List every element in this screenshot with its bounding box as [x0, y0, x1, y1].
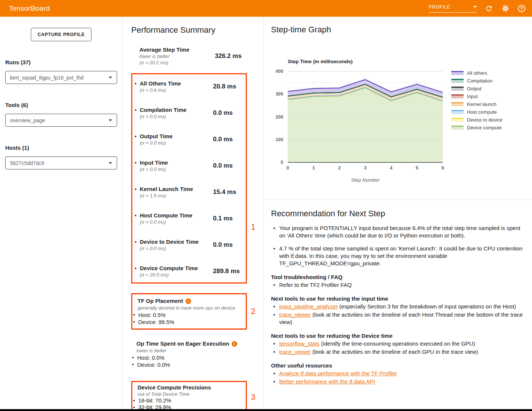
trace-viewer-link[interactable]: trace_viewer: [279, 349, 311, 355]
help-button[interactable]: ?: [517, 4, 526, 13]
list-item: Refer to the TF2 Profiler FAQ: [271, 281, 525, 289]
legend-label: Kernel launch: [467, 101, 497, 107]
tensorflow-stats-link[interactable]: tensorflow_stats: [279, 340, 319, 347]
tf-op-placement-title: TF Op Placement: [138, 297, 183, 305]
settings-button[interactable]: [501, 4, 510, 13]
metric-label: All Others Time: [140, 80, 181, 87]
chart-legend: All othersCompilationOutputInputKernel l…: [451, 71, 502, 130]
metric-row: Kernel Launch Time(σ = 1.5 ms) 15.4 ms: [135, 185, 245, 199]
tf-op-placement-box: 2 TF Op Placement i generally desired to…: [131, 293, 247, 330]
tools-select[interactable]: overview_page: [5, 114, 117, 127]
legend-item: Device compute: [451, 125, 502, 130]
dashboard-selector-dropdown[interactable]: PROFILE: [429, 4, 477, 13]
svg-text:400: 400: [275, 69, 283, 74]
metric-row: Compilation Time(σ = 0.0 ms) 0.0 ms: [135, 106, 245, 120]
list-item: 16-bit: 70.2%: [132, 397, 245, 404]
metric-value: 326.2 ms: [215, 52, 247, 60]
metric-row: Device Compute Time(σ = 20.5 ms) 289.8 m…: [135, 265, 245, 278]
metric-value: 289.8 ms: [213, 268, 245, 275]
tfdata-api-link[interactable]: Better performance with the tf.data API: [279, 378, 375, 385]
performance-summary-title: Performance Summary: [131, 25, 263, 35]
performance-summary-panel: Performance Summary Average Step Time lo…: [123, 17, 263, 411]
capture-profile-button[interactable]: CAPTURE PROFILE: [31, 28, 91, 41]
recommendation-bullet: Your program is POTENTIALLY input-bound …: [271, 224, 525, 239]
legend-item: Host compute: [451, 110, 502, 114]
list-item: Device: 99.5%: [132, 318, 245, 326]
svg-text:2: 2: [338, 165, 341, 171]
tf-op-placement-note: generally desired to have more ops on de…: [138, 305, 245, 311]
tools-selected-value: overview_page: [10, 117, 45, 123]
device-tools-heading: Next tools to use for reducing the Devic…: [271, 333, 525, 339]
input-pipeline-analyzer-link[interactable]: input_pipeline_analyzer: [279, 303, 338, 310]
chevron-down-icon: [109, 77, 112, 79]
metric-label: Compilation Time: [140, 106, 187, 113]
metric-row: Device to Device Time(σ = 0.0 ms) 0.0 ms: [135, 238, 245, 252]
list-item: trace_viewer (look at the activities on …: [271, 348, 525, 356]
bottom-window-edge: [0, 409, 532, 411]
trace-viewer-link[interactable]: trace_viewer: [279, 311, 311, 318]
svg-text:1: 1: [312, 165, 315, 171]
metric-row: All Others Time(σ = 0.6 ms) 20.8 ms: [135, 80, 245, 93]
svg-text:0: 0: [281, 160, 283, 165]
step-time-breakdown-box: 1 All Others Time(σ = 0.6 ms) 20.8 ms Co…: [131, 73, 247, 284]
svg-text:5: 5: [416, 165, 418, 171]
runs-select[interactable]: bert_squad_8gpu_fp16_pvt_thd: [5, 71, 117, 84]
recommendation-card: Recommendation for Next Step Your progra…: [264, 200, 532, 411]
metric-sigma: (σ = 1.5 ms): [140, 192, 193, 199]
info-icon[interactable]: i: [232, 341, 237, 347]
sidebar: CAPTURE PROFILE Runs (37) bert_squad_8gp…: [0, 17, 123, 411]
list-item: tensorflow_stats (identify the time-cons…: [271, 340, 525, 347]
annotation-2: 2: [251, 307, 255, 316]
list-item: input_pipeline_analyzer (especially Sect…: [271, 303, 525, 310]
legend-swatch: [451, 71, 464, 75]
step-time-chart-svg: 01002003004000123456Step Time (in millis…: [269, 59, 462, 183]
list-item-text: (look at the activities on the timeline …: [279, 311, 523, 325]
svg-text:300: 300: [275, 91, 283, 97]
app-title: TensorBoard: [9, 4, 50, 13]
legend-label: Host compute: [467, 109, 497, 115]
eager-note: lower is better: [136, 347, 247, 354]
metric-label: Average Step Time: [139, 46, 189, 53]
dashboard-selector-label: PROFILE: [429, 4, 450, 10]
metric-value: 0.0 ms: [213, 109, 245, 117]
legend-swatch: [451, 118, 464, 122]
device-compute-precisions-box: 3 Device Compute Precisions out of Total…: [131, 381, 247, 411]
main-panel: Step-time Graph 01002003004000123456Step…: [263, 17, 532, 411]
hosts-select[interactable]: 5627c5dd7dc9: [5, 156, 117, 169]
resources-heading: Other useful resources: [271, 362, 525, 369]
app-header: TensorBoard PROFILE: [0, 0, 532, 17]
tfdata-profiler-link[interactable]: Analyze tf.data performance with the TF …: [279, 370, 397, 376]
metric-sigma: (σ = 0.6 ms): [140, 87, 181, 93]
list-item-text: (look at the activities on the timeline …: [311, 349, 478, 355]
chevron-down-icon: [109, 162, 112, 164]
runs-label: Runs (37): [5, 59, 117, 65]
metric-value: 15.4 ms: [213, 188, 245, 196]
metric-row: Host Compute Time(σ = 0.0 ms) 0.1 ms: [135, 212, 245, 225]
legend-swatch: [451, 87, 464, 91]
legend-item: Kernel launch: [451, 102, 502, 106]
legend-item: All others: [451, 71, 502, 75]
metric-label: Input Time: [140, 159, 168, 166]
svg-text:6: 6: [442, 165, 444, 171]
metric-note: lower is better: [139, 53, 189, 59]
help-icon: ?: [518, 5, 525, 12]
legend-swatch: [451, 79, 464, 83]
refresh-button[interactable]: [484, 4, 493, 13]
step-time-graph-card: Step-time Graph 01002003004000123456Step…: [264, 17, 532, 200]
runs-selected-value: bert_squad_8gpu_fp16_pvt_thd: [10, 75, 84, 81]
metric-sigma: (σ = 0.0 ms): [140, 245, 199, 252]
tools-label: Tools (6): [5, 102, 117, 108]
legend-item: Input: [451, 94, 502, 98]
list-item: Analyze tf.data performance with the TF …: [271, 370, 525, 377]
legend-swatch: [451, 102, 464, 106]
legend-label: Device compute: [467, 125, 502, 130]
eager-execution-section: Op Time Spent on Eager Execution i lower…: [131, 340, 247, 368]
input-tools-heading: Next tools to use for reducing the input…: [271, 295, 525, 302]
info-icon[interactable]: i: [186, 298, 191, 304]
metric-label: Device Compute Time: [140, 265, 198, 272]
faq-heading: Tool troubleshooting / FAQ: [271, 274, 525, 280]
metric-sigma: (σ = 0.0 ms): [140, 113, 187, 120]
metric-sigma: (σ = 0.0 ms): [140, 219, 192, 225]
legend-swatch: [451, 110, 464, 114]
svg-text:100: 100: [275, 137, 283, 142]
